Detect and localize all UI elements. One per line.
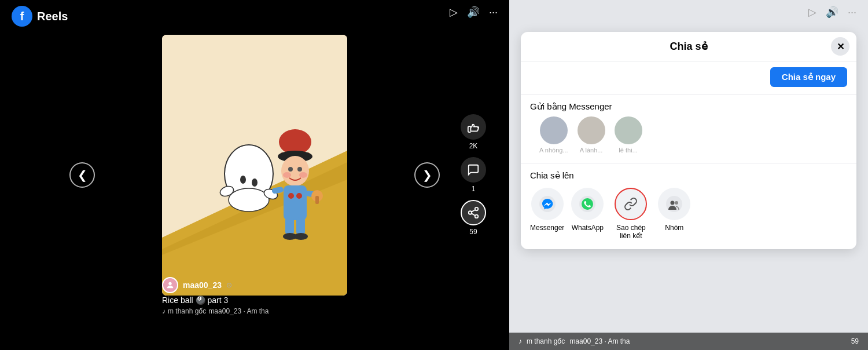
more-options-icon[interactable]: ··· (489, 6, 498, 19)
fb-logo: f Reels (12, 6, 68, 27)
action-sidebar: 2K 1 59 (461, 114, 486, 236)
right-bottom-strip: ♪ m thanh gốc maa00_23 · Am tha 59 (509, 333, 868, 350)
copy-link-option-label: Sao chép liên kết (610, 224, 651, 240)
svg-point-16 (299, 172, 307, 178)
share-now-row: Chia sẻ ngay (521, 61, 856, 94)
prev-button[interactable]: ❮ (69, 162, 95, 188)
share-to-label: Chia sẻ lên (530, 170, 847, 181)
user-row: maa00_23 ⊙ (162, 277, 347, 293)
like-count: 2K (469, 142, 478, 150)
right-audio-text: m thanh gốc (527, 337, 565, 345)
svg-rect-20 (285, 217, 294, 235)
comment-count: 1 (472, 185, 476, 193)
audio-info: ♪ m thanh gốc maa00_23 · Am tha (162, 307, 347, 315)
share-option-group[interactable]: Nhóm (658, 188, 690, 240)
right-volume-icon[interactable]: 🔊 (826, 6, 838, 19)
share-now-button[interactable]: Chia sẻ ngay (770, 67, 847, 87)
svg-point-4 (240, 176, 246, 184)
share-option-copy-link[interactable]: Sao chép liên kết (610, 188, 651, 240)
right-top-controls: ▷ 🔊 ··· (808, 6, 856, 19)
svg-point-15 (283, 172, 291, 178)
messenger-row: Gửi bằng Messenger A nhóng... A lành... … (521, 94, 856, 163)
right-panel: ▷ 🔊 ··· Chia sẻ ✕ Chia sẻ ngay Gửi bằng … (509, 0, 868, 350)
share-options: Messenger WhatsApp (530, 188, 847, 240)
video-controls: ▷ 🔊 ··· (450, 6, 498, 19)
next-button[interactable]: ❯ (414, 162, 440, 188)
right-play-icon[interactable]: ▷ (808, 6, 816, 19)
share-modal: Chia sẻ ✕ Chia sẻ ngay Gửi bằng Messenge… (521, 32, 856, 249)
app-title: Reels (37, 10, 68, 23)
modal-title: Chia sẻ (670, 40, 707, 53)
video-area (162, 35, 347, 296)
friend-suggestions: A nhóng... A lành... lê thi... (530, 112, 847, 156)
share-option-whatsapp[interactable]: WhatsApp (571, 188, 604, 240)
modal-header: Chia sẻ ✕ (521, 32, 856, 61)
svg-point-12 (281, 156, 309, 186)
comment-button[interactable] (461, 157, 486, 183)
svg-line-31 (472, 213, 475, 216)
right-share-count: 59 (851, 337, 859, 345)
modal-body: Chia sẻ ngay Gửi bằng Messenger A nhóng.… (521, 61, 856, 249)
verified-icon: ⊙ (226, 281, 232, 289)
share-count: 59 (469, 228, 477, 236)
svg-rect-21 (296, 217, 305, 235)
right-more-icon[interactable]: ··· (848, 6, 856, 19)
whatsapp-share-icon (571, 188, 604, 220)
video-thumbnail (162, 35, 347, 296)
share-button[interactable] (461, 200, 486, 225)
messenger-option-label: Messenger (530, 224, 564, 232)
share-option-messenger[interactable]: Messenger (530, 188, 564, 240)
copy-link-share-icon (615, 188, 647, 220)
right-audio-author: maa00_23 · Am tha (569, 337, 630, 345)
svg-rect-17 (284, 185, 307, 220)
messenger-share-icon (531, 188, 564, 220)
left-panel: f Reels ▷ 🔊 ··· (0, 0, 509, 350)
modal-close-button[interactable]: ✕ (831, 37, 849, 56)
play-icon[interactable]: ▷ (450, 6, 458, 19)
svg-point-23 (294, 233, 308, 240)
svg-point-19 (296, 193, 302, 199)
svg-point-14 (297, 167, 302, 172)
svg-point-18 (288, 193, 294, 199)
svg-point-6 (229, 188, 269, 212)
svg-point-28 (475, 207, 479, 211)
svg-point-30 (475, 215, 479, 218)
video-info: maa00_23 ⊙ Rice ball 🎱 part 3 ♪ m thanh … (162, 277, 347, 315)
volume-icon[interactable]: 🔊 (467, 6, 480, 19)
messenger-section-label: Gửi bằng Messenger (530, 101, 612, 111)
svg-rect-27 (315, 196, 319, 204)
user-avatar (162, 277, 178, 293)
svg-point-39 (675, 201, 678, 205)
svg-point-5 (252, 178, 258, 187)
svg-line-32 (472, 210, 475, 212)
group-share-icon (658, 188, 690, 220)
facebook-icon: f (12, 6, 32, 27)
whatsapp-option-label: WhatsApp (572, 224, 604, 232)
svg-point-38 (671, 201, 675, 205)
svg-point-29 (469, 211, 472, 214)
friend-item[interactable]: lê thi... (615, 116, 642, 154)
friend-item[interactable]: A lành... (578, 116, 605, 154)
friend-item[interactable]: A nhóng... (539, 116, 568, 154)
like-button[interactable] (461, 114, 486, 140)
svg-point-33 (168, 282, 171, 285)
right-audio-note: ♪ (518, 337, 522, 345)
video-caption: Rice ball 🎱 part 3 (162, 296, 347, 305)
share-to-section: Chia sẻ lên Messenger (521, 163, 856, 249)
username[interactable]: maa00_23 (183, 280, 222, 290)
svg-point-36 (582, 198, 593, 210)
group-option-label: Nhóm (665, 224, 683, 232)
top-bar: f Reels (0, 6, 509, 27)
svg-point-13 (288, 167, 293, 172)
